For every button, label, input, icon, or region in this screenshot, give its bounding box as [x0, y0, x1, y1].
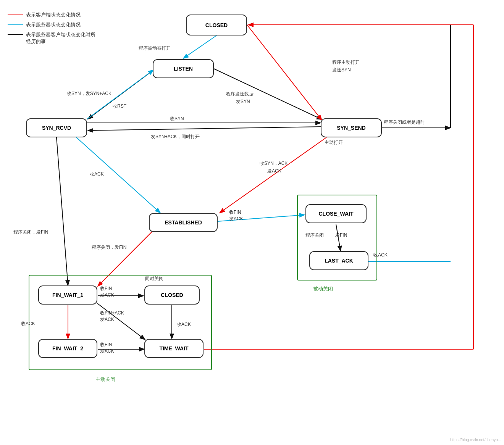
label-prog-close-fin: 程序关闭，发FIN [13, 229, 48, 235]
label-fin-ack-fw1: 收FIN发ACK [100, 285, 114, 298]
legend-item-black: 表示服务器客户端状态变化时所经历的事 [8, 31, 95, 45]
legend-line-red [8, 15, 23, 15]
svg-line-4 [247, 25, 322, 120]
watermark: https://blog.csdn.net/chenyu... [450, 438, 501, 442]
label-recv-syn: 收SYN [170, 116, 184, 122]
node-syn-send: SYN_SEND [321, 118, 382, 137]
label-simul-close: 同时关闭 [145, 276, 163, 282]
label-fin-ack: 收FIN发ACK [229, 209, 243, 222]
label-prog-close-fin2: 程序关闭，发FIN [92, 244, 126, 251]
legend-text-black: 表示服务器客户端状态变化时所经历的事 [26, 31, 95, 45]
label-recv-rst: 收RST [113, 103, 126, 110]
label-active-close: 主动关闭 [95, 376, 115, 383]
label-recv-ack-fw: 收ACK [21, 321, 35, 327]
arrows-svg [0, 0, 504, 445]
legend-line-black [8, 34, 23, 35]
label-send-ack-est: 发ACK [267, 168, 281, 174]
label-send-fin-cw: 发FIN [335, 232, 347, 239]
label-passive-open: 程序被动被打开 [139, 45, 171, 52]
label-recv-ack-clos: 收ACK [177, 321, 191, 328]
label-prog-close-cw: 程序关闭 [305, 232, 324, 239]
label-recv-ack-est: 收ACK [90, 171, 104, 177]
label-fin-ack-fw2: 收FIN发ACK [100, 342, 114, 355]
label-send-syn2: 发SYN [236, 98, 250, 105]
svg-line-15 [57, 137, 68, 285]
node-listen: LISTEN [153, 59, 214, 78]
svg-line-10 [76, 137, 160, 213]
legend-text-blue: 表示服务器状态变化情况 [26, 21, 81, 28]
label-send-data: 程序发送数据 [226, 91, 254, 97]
legend-line-blue [8, 24, 23, 25]
label-passive-close: 被动关闭 [313, 285, 333, 292]
legend-item-blue: 表示服务器状态变化情况 [8, 21, 95, 28]
legend: 表示客户端状态变化情况 表示服务器状态变化情况 表示服务器客户端状态变化时所经历… [8, 11, 95, 48]
diagram-container: 表示客户端状态变化情况 表示服务器状态变化情况 表示服务器客户端状态变化时所经历… [0, 0, 504, 445]
label-active-open: 程序主动打开 [332, 59, 360, 66]
svg-line-0 [183, 35, 216, 58]
label-close-timeout: 程序关闭或者是超时 [384, 119, 425, 126]
legend-item-red: 表示客户端状态变化情况 [8, 11, 95, 18]
label-fin-ack-fw1-tw: 收FIN+ACK发ACK [100, 310, 124, 323]
label-syn-synack: 收SYN，发SYN+ACK [67, 90, 111, 97]
label-syn-ack-open: 发SYN+ACK，同时打开 [151, 134, 200, 140]
node-established: ESTABLISHED [149, 213, 218, 232]
node-syn-rcvd: SYN_RCVD [26, 118, 87, 137]
label-recv-syn-ack: 收SYN，ACK [260, 160, 288, 167]
node-closed-top: CLOSED [186, 15, 247, 35]
label-send-syn: 发送SYN [332, 67, 351, 73]
label-recv-ack-la: 收ACK [373, 252, 388, 258]
label-active-open2: 主动打开 [325, 139, 343, 146]
svg-line-5 [88, 127, 321, 131]
legend-text-red: 表示客户端状态变化情况 [26, 11, 81, 18]
